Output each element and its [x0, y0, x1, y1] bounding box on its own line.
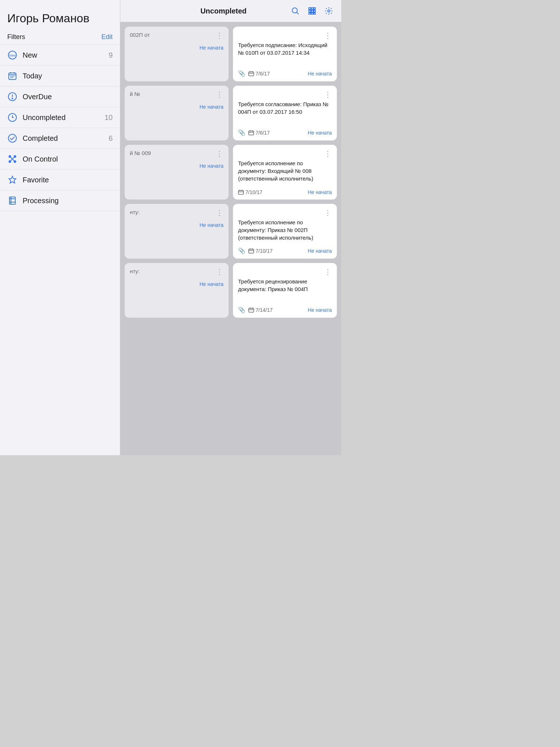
attach-icon: 📎 [238, 247, 245, 254]
more-dots[interactable]: ⋮ [216, 209, 223, 216]
overdue-icon [7, 92, 18, 102]
card-text: Требуется рецензирование документа: Прик… [238, 278, 332, 293]
task-card-5-right[interactable]: ⋮ Требуется рецензирование документа: Пр… [233, 263, 337, 318]
task-card-1-right[interactable]: ⋮ Требуется подписание: Исходящий № 010П… [233, 27, 337, 81]
svg-rect-36 [249, 72, 254, 76]
task-card-2-right[interactable]: ⋮ Требуется согласование: Приказ № 004П … [233, 86, 337, 140]
card-footer: 7/10/17 Не начата [238, 189, 332, 195]
card-top: 002П от ⋮ [130, 32, 223, 39]
edit-button[interactable]: Edit [101, 33, 113, 41]
sidebar-item-processing[interactable]: Processing [0, 190, 120, 211]
svg-rect-32 [309, 13, 311, 14]
task-status: Не начата [308, 130, 332, 136]
svg-rect-20 [9, 197, 15, 204]
svg-point-10 [12, 98, 13, 99]
task-card-5-left[interactable]: нту: ⋮ Не начата [125, 263, 229, 318]
sidebar-item-overdue-label: OverDue [23, 93, 113, 101]
sidebar-item-today-label: Today [23, 72, 113, 80]
card-footer: 📎 7/6/17 Не начата [238, 70, 332, 77]
grid-button[interactable] [307, 6, 317, 16]
sidebar-item-new-label: New [23, 51, 109, 59]
more-dots[interactable]: ⋮ [216, 150, 223, 157]
svg-point-35 [328, 10, 330, 12]
task-status: Не начата [199, 45, 223, 51]
sidebar-item-uncompleted-label: Uncompleted [23, 113, 105, 122]
card-top: нту: ⋮ [130, 209, 223, 216]
favorite-icon [7, 175, 18, 185]
footer-left: 📎 7/10/17 [238, 247, 273, 254]
svg-rect-52 [249, 308, 254, 312]
card-footer: 📎 7/10/17 Не начата [238, 247, 332, 254]
task-card-3-right[interactable]: ⋮ Требуется исполнение по документу: Вхо… [233, 145, 337, 200]
svg-rect-33 [311, 13, 313, 14]
svg-text:New: New [9, 54, 16, 57]
card-text: Требуется исполнение по документу: Входя… [238, 159, 332, 182]
sidebar-item-oncontrol[interactable]: On Control [0, 149, 120, 170]
card-body: Требуется исполнение по документу: Прика… [238, 218, 332, 244]
svg-rect-29 [309, 10, 311, 12]
attach-icon: 📎 [238, 70, 245, 77]
sidebar-item-new-count: 9 [109, 51, 113, 59]
card-top: й № ⋮ [130, 91, 223, 98]
more-dots[interactable]: ⋮ [216, 91, 223, 98]
sidebar-item-favorite-label: Favorite [23, 176, 113, 184]
more-dots[interactable]: ⋮ [324, 268, 332, 275]
svg-point-16 [14, 156, 16, 158]
sidebar-nav: New New 9 Today [0, 44, 120, 455]
svg-rect-40 [249, 131, 254, 135]
more-dots[interactable]: ⋮ [216, 32, 223, 39]
task-grid: 002П от ⋮ Не начата ⋮ Требуется подписан… [120, 22, 341, 455]
sidebar-item-favorite[interactable]: Favorite [0, 170, 120, 190]
task-card-4-right[interactable]: ⋮ Требуется исполнение по документу: При… [233, 204, 337, 259]
task-card-2-left[interactable]: й № ⋮ Не начата [125, 86, 229, 140]
svg-point-17 [9, 161, 11, 163]
more-dots[interactable]: ⋮ [216, 268, 223, 275]
more-dots[interactable]: ⋮ [324, 32, 332, 39]
attach-icon: 📎 [238, 306, 245, 313]
sidebar-item-today[interactable]: Today [0, 66, 120, 86]
card-body: Требуется согласование: Приказ № 004П от… [238, 100, 332, 125]
more-dots[interactable]: ⋮ [324, 91, 332, 98]
task-status: Не начата [199, 281, 223, 287]
task-date: 7/14/17 [248, 307, 273, 313]
sidebar: Игорь Романов Filters Edit New New 9 [0, 0, 120, 455]
sidebar-item-completed-label: Completed [23, 134, 109, 143]
card-text-partial: й № 009 [130, 150, 151, 156]
svg-point-18 [14, 161, 16, 163]
task-date: 7/6/17 [248, 71, 270, 77]
new-icon: New [7, 50, 18, 60]
sidebar-item-overdue[interactable]: OverDue [0, 86, 120, 107]
task-card-3-left[interactable]: й № 009 ⋮ Не начата [125, 145, 229, 200]
footer-left: 📎 7/6/17 [238, 70, 270, 77]
card-body: Требуется исполнение по документу: Входя… [238, 159, 332, 186]
svg-rect-48 [249, 249, 254, 253]
task-date: 7/10/17 [248, 248, 273, 254]
main-title: Uncompleted [157, 7, 290, 15]
task-card-1-left[interactable]: 002П от ⋮ Не начата [125, 27, 229, 81]
svg-marker-19 [9, 176, 16, 183]
sidebar-item-processing-label: Processing [23, 197, 113, 205]
sidebar-item-completed[interactable]: Completed 6 [0, 128, 120, 149]
task-card-4-left[interactable]: нту: ⋮ Не начата [125, 204, 229, 259]
sidebar-header: Игорь Романов [0, 0, 120, 31]
card-top: й № 009 ⋮ [130, 150, 223, 157]
card-top: ⋮ [238, 268, 332, 275]
card-text-partial: нту: [130, 209, 140, 215]
more-dots[interactable]: ⋮ [324, 209, 332, 216]
task-status: Не начата [308, 248, 332, 254]
uncompleted-icon [7, 112, 18, 123]
search-button[interactable] [290, 6, 300, 16]
sidebar-item-new[interactable]: New New 9 [0, 44, 120, 66]
svg-rect-26 [309, 8, 311, 9]
task-status: Не начата [308, 71, 332, 77]
card-top: ⋮ [238, 150, 332, 157]
footer-left: 📎 7/6/17 [238, 129, 270, 136]
header-icons [290, 6, 334, 16]
more-dots[interactable]: ⋮ [324, 150, 332, 157]
user-name: Игорь Романов [7, 12, 113, 25]
card-text-partial: й № [130, 91, 140, 97]
settings-button[interactable] [324, 6, 334, 16]
processing-icon [7, 196, 18, 206]
sidebar-item-uncompleted[interactable]: Uncompleted 10 [0, 107, 120, 128]
card-text-partial: нту: [130, 268, 140, 274]
